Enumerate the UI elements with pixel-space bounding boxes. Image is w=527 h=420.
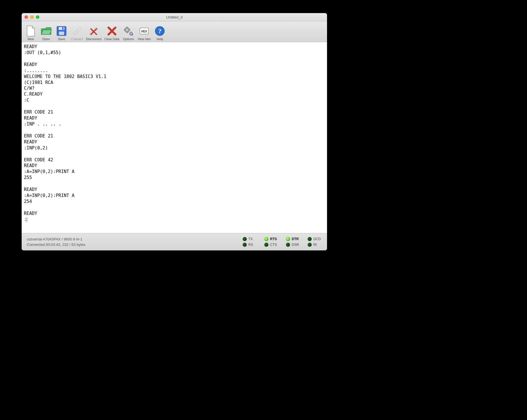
disconnect-plug-icon <box>88 25 99 37</box>
open-label: Open <box>42 37 50 41</box>
led-indicator-icon <box>264 243 268 247</box>
options-gears-icon <box>123 25 134 37</box>
cursor-icon <box>27 217 27 222</box>
new-file-icon <box>25 25 36 37</box>
led-indicator-icon <box>308 237 312 241</box>
open-button[interactable]: Open <box>39 25 54 41</box>
status-port: usbserial-A7043PAX / 9600 8-N-1 <box>27 237 243 241</box>
clear-data-button[interactable]: Clear Data <box>103 25 120 41</box>
viewhex-label: View Hex <box>138 37 151 41</box>
help-button[interactable]: ? Help <box>152 25 167 41</box>
led-indicator-icon <box>243 243 247 247</box>
terminal-output[interactable]: READY :OUT (0,1,#55) READY :........ WEL… <box>22 42 327 233</box>
save-label: Save <box>58 37 65 41</box>
svg-text:HEX: HEX <box>141 30 147 33</box>
close-icon[interactable] <box>24 15 28 19</box>
connect-plug-icon <box>71 25 83 37</box>
statusbar: usbserial-A7043PAX / 9600 8-N-1 Connecte… <box>22 233 327 250</box>
led-dcd: DCD <box>308 237 322 241</box>
disconnect-button[interactable]: Disconnect <box>85 25 103 41</box>
new-label: New <box>28 37 34 41</box>
led-ri: RI <box>308 243 322 247</box>
window-title: Untitled_0 <box>22 15 327 19</box>
window-controls <box>24 15 39 19</box>
led-indicator-icon <box>308 243 312 247</box>
led-cts: CTS <box>264 243 279 247</box>
options-button[interactable]: Options <box>121 25 136 41</box>
save-button[interactable]: Save <box>54 25 69 41</box>
clear-label: Clear Data <box>104 37 119 41</box>
led-rts[interactable]: RTS <box>264 237 279 241</box>
led-rx: RX <box>243 243 257 247</box>
zoom-icon[interactable] <box>36 15 39 19</box>
clear-x-icon <box>106 25 118 37</box>
led-indicator-icon <box>286 237 290 241</box>
serial-terminal-window: Untitled_0 New Open Save <box>22 13 327 250</box>
options-label: Options <box>123 37 134 41</box>
led-dsr: DSR <box>286 243 300 247</box>
connect-label: Connect <box>71 37 83 41</box>
status-text: usbserial-A7043PAX / 9600 8-N-1 Connecte… <box>27 237 243 247</box>
svg-rect-3 <box>62 27 64 30</box>
save-floppy-icon <box>56 25 67 37</box>
new-button[interactable]: New <box>23 25 38 41</box>
led-dtr[interactable]: DTR <box>286 237 300 241</box>
svg-point-7 <box>126 29 128 31</box>
led-indicator-icon <box>264 237 268 241</box>
view-hex-button[interactable]: HEX View Hex <box>136 25 152 41</box>
desktop: Untitled_0 New Open Save <box>0 0 527 420</box>
led-indicator-icon <box>286 243 290 247</box>
help-icon: ? <box>154 25 166 37</box>
svg-point-13 <box>130 33 132 34</box>
svg-rect-4 <box>77 27 81 31</box>
terminal-text: READY :OUT (0,1,#55) READY :........ WEL… <box>24 44 106 222</box>
led-tx: TX <box>243 237 257 241</box>
svg-rect-2 <box>59 32 64 35</box>
hex-icon: HEX <box>138 25 150 37</box>
led-indicator-icon <box>243 237 247 241</box>
led-panel: TX RX RTS CTS DTR DSR DCD RI <box>243 237 322 247</box>
help-label: Help <box>157 37 163 41</box>
connect-button: Connect <box>70 25 84 41</box>
titlebar[interactable]: Untitled_0 <box>22 13 327 21</box>
status-connection: Connected 00:03:43, 232 / 63 bytes <box>27 242 243 247</box>
open-folder-icon <box>40 25 52 37</box>
svg-text:?: ? <box>158 27 162 35</box>
toolbar: New Open Save Connect <box>22 21 327 42</box>
disconnect-label: Disconnect <box>86 37 101 41</box>
minimize-icon[interactable] <box>30 15 34 19</box>
